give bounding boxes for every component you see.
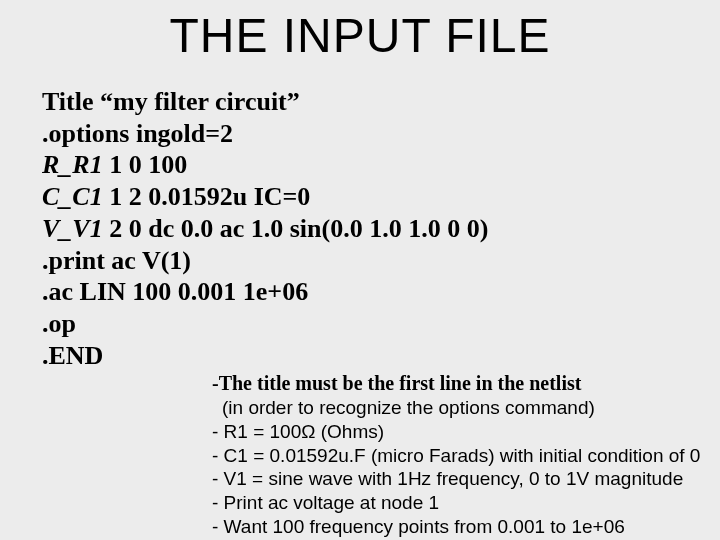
note-line-1: (in order to recognize the options comma… bbox=[212, 396, 720, 420]
netlist-c-rest: 1 2 0.01592u IC=0 bbox=[103, 182, 311, 211]
netlist-line-end: .END bbox=[42, 340, 488, 372]
netlist-r-name: R_R1 bbox=[42, 150, 103, 179]
note-line-2: - R1 = 100Ω (Ohms) bbox=[212, 420, 720, 444]
netlist-v-name: V_V1 bbox=[42, 214, 103, 243]
netlist-line-c: C_C1 1 2 0.01592u IC=0 bbox=[42, 181, 488, 213]
netlist-c-name: C_C1 bbox=[42, 182, 103, 211]
note-line-3: - C1 = 0.01592u.F (micro Farads) with in… bbox=[212, 444, 720, 468]
netlist-line-print: .print ac V(1) bbox=[42, 245, 488, 277]
netlist-v-rest: 2 0 dc 0.0 ac 1.0 sin(0.0 1.0 1.0 0 0) bbox=[103, 214, 489, 243]
note-line-5: - Print ac voltage at node 1 bbox=[212, 491, 720, 515]
netlist-title-word: Title bbox=[42, 87, 100, 116]
netlist-line-v: V_V1 2 0 dc 0.0 ac 1.0 sin(0.0 1.0 1.0 0… bbox=[42, 213, 488, 245]
notes-block: -The title must be the first line in the… bbox=[212, 371, 720, 539]
note-line-0: -The title must be the first line in the… bbox=[212, 371, 720, 396]
netlist-line-r: R_R1 1 0 100 bbox=[42, 149, 488, 181]
netlist-line-ac: .ac LIN 100 0.001 1e+06 bbox=[42, 276, 488, 308]
netlist-block: Title “my filter circuit” .options ingol… bbox=[42, 86, 488, 371]
note-line-6: - Want 100 frequency points from 0.001 t… bbox=[212, 515, 720, 539]
netlist-line-title: Title “my filter circuit” bbox=[42, 86, 488, 118]
slide: THE INPUT FILE Title “my filter circuit”… bbox=[0, 0, 720, 540]
note-line-4: - V1 = sine wave with 1Hz frequency, 0 t… bbox=[212, 467, 720, 491]
netlist-line-op: .op bbox=[42, 308, 488, 340]
slide-title: THE INPUT FILE bbox=[0, 8, 720, 63]
netlist-r-rest: 1 0 100 bbox=[103, 150, 188, 179]
netlist-line-options: .options ingold=2 bbox=[42, 118, 488, 150]
netlist-title-string: “my filter circuit” bbox=[100, 87, 300, 116]
